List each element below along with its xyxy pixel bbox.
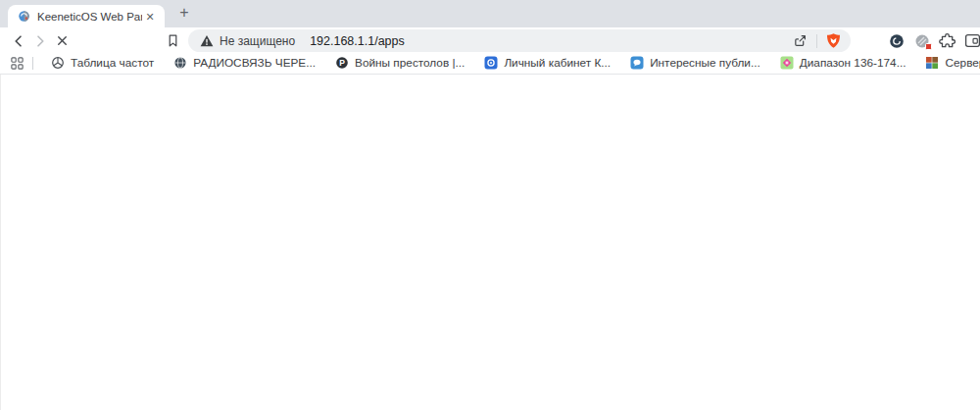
bookmark-item[interactable]: Личный кабинет К... [474,54,620,72]
bookmark-label: Диапазон 136-174... [800,56,906,70]
sidebar-panel-icon[interactable] [962,30,980,51]
bookmark-item[interactable]: Сервер радиолюб... [915,54,980,72]
bookmark-item[interactable]: Таблица частот [41,54,164,72]
bookmarks-divider [32,57,33,70]
bookmark-label: РАДИОСВЯЗЬ ЧЕРЕ... [193,56,316,70]
extensions-puzzle-icon[interactable] [937,30,957,51]
omnibox-divider [816,34,817,48]
bookmark-label: Сервер радиолюб... [945,56,980,70]
extension-clock-icon[interactable] [886,30,906,51]
security-warning-icon [200,34,214,47]
navigation-toolbar: Не защищено 192.168.1.1/apps [0,27,980,54]
address-bar[interactable]: Не защищено 192.168.1.1/apps [188,29,851,52]
extension-alert-badge [925,43,932,50]
apps-grid-icon[interactable] [8,54,25,72]
active-tab[interactable]: KeeneticOS Web Panel ✕ [8,5,165,27]
keenetic-favicon-icon [18,10,30,23]
tab-title: KeeneticOS Web Panel [37,11,142,23]
bookmark-label: Личный кабинет К... [504,56,611,70]
extension-badge-icon[interactable] [911,30,932,51]
url-text: 192.168.1.1/apps [310,34,790,48]
share-icon[interactable] [790,30,810,51]
tab-close-icon[interactable]: ✕ [142,9,158,25]
security-warning-label: Не защищено [220,34,295,48]
multicolor-favicon-icon [925,56,939,70]
green-pink-favicon-icon [780,56,794,70]
blue-wheel-favicon-icon [484,56,498,70]
dark-globe-favicon-icon [173,56,187,70]
back-icon[interactable] [8,30,29,52]
bookmark-item[interactable]: Диапазон 136-174... [770,54,916,72]
bookmark-page-icon[interactable] [163,31,182,51]
page-content [0,75,980,410]
forward-icon[interactable] [29,30,51,52]
bookmarks-bar: Таблица частот РАДИОСВЯЗЬ ЧЕРЕ... P Войн… [0,54,980,75]
toolbar-right-icons [886,30,974,51]
fan-globe-favicon-icon [51,56,65,70]
bookmark-label: Войны престолов |... [355,56,465,70]
p-badge-favicon-icon: P [335,56,349,70]
new-tab-button[interactable]: + [172,2,196,26]
bookmark-item[interactable]: P Войны престолов |... [325,54,474,72]
stop-loading-icon[interactable] [51,30,73,52]
bookmark-item[interactable]: РАДИОСВЯЗЬ ЧЕРЕ... [164,54,325,72]
bookmark-label: Таблица частот [71,56,154,70]
blue-bubble-favicon-icon [630,56,644,70]
bookmark-item[interactable]: Интересные публи... [620,54,770,72]
tab-strip: KeeneticOS Web Panel ✕ + [0,0,980,27]
svg-text:P: P [339,58,345,68]
bookmark-label: Интересные публи... [650,56,760,70]
brave-shields-icon[interactable] [823,30,844,51]
